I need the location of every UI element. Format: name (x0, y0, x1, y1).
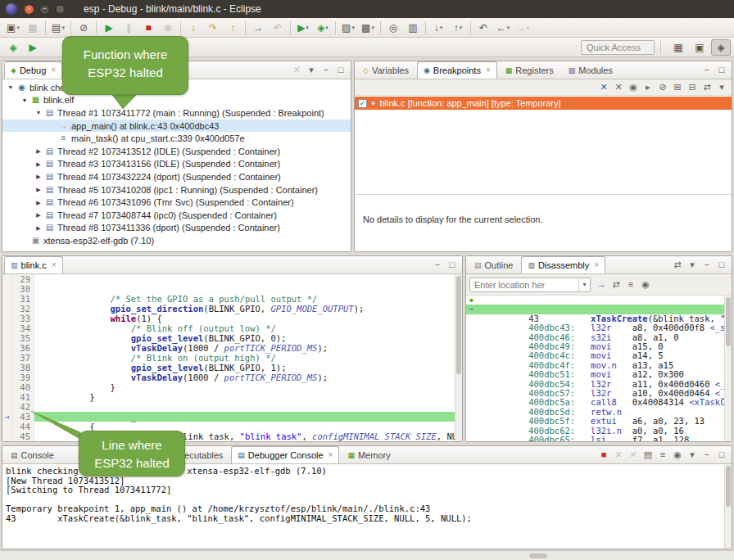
scroll-grip[interactable] (529, 553, 547, 558)
build-button[interactable]: ▨ (339, 20, 357, 36)
forward-button[interactable]: → (514, 20, 532, 36)
close[interactable]: × (24, 4, 34, 15)
disassembly-row[interactable]: 400dbc5a: call8 0x40084314 <xTaskCreateP… (466, 380, 732, 389)
code-line[interactable]: 29 /* Set the GPIO as a push/pull output… (2, 274, 462, 284)
debug-tree-row[interactable]: Thread #3 1073413156 (IDLE) (Suspended :… (2, 158, 351, 171)
skip-all-breakpoints-button[interactable]: ⊘ (655, 80, 670, 95)
breakpoint-row[interactable]: blink.c [function: app_main] [type: Temp… (355, 97, 732, 110)
disassembly-row[interactable]: 400dbc54: l32r a11, 0x400d0460 <_stext+1… (466, 361, 732, 370)
instruction-pointer-gutter[interactable] (2, 333, 13, 343)
tab-outline[interactable]: Outline (468, 256, 519, 273)
drop-to-frame-button[interactable]: ↶ (269, 20, 287, 36)
instruction-pointer-gutter[interactable] (2, 284, 13, 294)
maximize[interactable]: □ (55, 4, 66, 15)
tab-debug[interactable]: Debug (4, 61, 62, 79)
new-wizard-button[interactable]: ▣ (4, 20, 22, 36)
instruction-pointer-gutter[interactable] (2, 323, 13, 333)
debug-tree-row[interactable]: main_task() at cpu_start.c:339 0x400d057… (2, 132, 351, 145)
instruction-pointer-gutter[interactable] (2, 392, 13, 402)
step-over-button[interactable]: ↷ (204, 20, 222, 36)
suspend-button[interactable]: ∥ (120, 20, 138, 36)
view-menu-button[interactable]: ▾ (714, 80, 729, 95)
save-button[interactable]: ▦ (24, 20, 42, 36)
disassembly-row[interactable]: 400dbc4f: mov.n a13, a15 (466, 342, 732, 351)
remove-breakpoint-button[interactable]: ✕ (596, 80, 611, 95)
resume-button[interactable]: ▶ (100, 20, 118, 36)
tree-expander-icon[interactable] (34, 161, 43, 167)
tab-close-icon[interactable] (51, 66, 56, 75)
console-output[interactable]: blink checking [C/C++ Application] xtens… (2, 464, 732, 549)
show-breakpoints-for-button[interactable]: ◉ (626, 80, 641, 95)
link-with-active-debug-context-button[interactable]: ⇄ (670, 258, 685, 273)
new-project-button[interactable]: ▩ (359, 20, 377, 36)
remove-all-terminated-button[interactable]: ✕ (289, 63, 304, 78)
debug-tree-row[interactable]: app_main() at blink.c:43 0x400dbc43 (2, 120, 351, 133)
instruction-pointer-gutter[interactable] (2, 294, 13, 304)
tree-expander-icon[interactable] (34, 187, 43, 192)
debug-tree-row[interactable]: Thread #1 1073411772 (main : Running) (S… (2, 106, 351, 120)
debug-perspective-button[interactable]: ◈ (711, 39, 731, 56)
tree-expander-icon[interactable] (34, 212, 43, 218)
breakpoint-checkbox[interactable] (358, 99, 367, 108)
minimize-button[interactable]: − (430, 258, 445, 273)
pin-view-button[interactable]: ◉ (638, 278, 653, 292)
code-line[interactable]: 30 gpio_set_direction(BLINK_GPIO, GPIO_M… (2, 284, 462, 294)
instruction-pointer-gutter[interactable] (2, 422, 13, 431)
view-menu-button[interactable]: ▾ (685, 258, 700, 273)
run-shortcut-button[interactable]: ▶ (24, 39, 42, 56)
disassembly-row[interactable]: 400dbc5f: extui a6, a0, 23, 13 (466, 398, 732, 407)
debug-shortcut-button[interactable]: ◈ (4, 39, 22, 56)
combo-dropdown-icon[interactable] (578, 278, 590, 291)
expand-all-button[interactable]: ⊞ (670, 80, 685, 95)
skip-all-breakpoints-button[interactable]: ⊘ (75, 20, 93, 36)
tab-close-icon[interactable] (594, 261, 599, 269)
editor-scrollbar[interactable] (455, 274, 462, 441)
tab-close-icon[interactable] (486, 66, 491, 75)
console-scrollbar[interactable] (724, 464, 732, 549)
terminate-button[interactable]: ■ (139, 20, 157, 36)
debug-tree-row[interactable]: Thread #2 1073413512 (IDLE) (Suspended :… (2, 145, 351, 158)
tab-debugger-console[interactable]: Debugger Console (231, 446, 339, 463)
step-return-button[interactable]: ↑ (224, 20, 242, 36)
code-line[interactable]: 40 (2, 382, 462, 392)
refresh-view-button[interactable]: ⇄ (609, 278, 623, 292)
locate-pc-button[interactable]: → (594, 278, 609, 292)
debug-tree-row[interactable]: xtensa-esp32-elf-gdb (7.10) (2, 234, 351, 247)
instruction-pointer-gutter[interactable] (2, 314, 13, 323)
disassembly-scrollbar[interactable] (724, 296, 732, 441)
tab-blink-c[interactable]: blink.c (4, 256, 63, 273)
minimize-button[interactable]: − (319, 63, 333, 78)
search-button[interactable]: ◎ (384, 20, 402, 36)
scroll-lock-button[interactable]: ≡ (655, 448, 670, 463)
disassembly-row[interactable]: 400dbc67: blt a0, a7, 0x400dbc81 <__addd… (466, 426, 732, 435)
debug-tree-row[interactable]: blink.elf (2, 94, 351, 107)
code-line[interactable]: 34 vTaskDelay(1000 / portTICK_PERIOD_MS)… (2, 323, 462, 333)
disconnect-button[interactable]: ⊗ (159, 20, 177, 36)
disassembly-row[interactable]: 400dbc51: movi a12, 0x300 (466, 351, 732, 360)
instruction-pointer-gutter[interactable] (2, 343, 13, 353)
tab-close-icon[interactable] (52, 261, 57, 269)
go-to-file-for-breakpoint-button[interactable]: ▸ (641, 80, 655, 95)
open-perspective-button[interactable]: ▦ (668, 39, 688, 56)
next-annotation-button[interactable]: ↓ (429, 20, 447, 36)
titlebar[interactable]: ×−□ esp - Debug - blink/main/blink.c - E… (0, 0, 734, 18)
code-line[interactable]: 33 gpio_set_level(BLINK_GPIO, 0); (2, 314, 462, 323)
last-edit-location-button[interactable]: ↶ (474, 20, 492, 36)
maximize-button[interactable]: □ (333, 63, 348, 78)
run-button[interactable]: ▶ (294, 20, 312, 36)
instruction-pointer-gutter[interactable] (2, 274, 13, 284)
debug-tree-row[interactable]: Thread #5 1073410208 (ipc1 : Running) (S… (2, 183, 351, 196)
disassembly-row[interactable]: 400dbc62: l32i.n a0, a0, 16 (466, 408, 732, 417)
tab-modules[interactable]: Modules (562, 61, 619, 79)
breakpoints-list[interactable]: blink.c [function: app_main] [type: Temp… (355, 96, 732, 194)
clear-console-button[interactable]: ▤ (641, 448, 655, 463)
tree-expander-icon[interactable] (34, 200, 43, 205)
instruction-pointer-gutter[interactable] (2, 353, 13, 363)
disassembly-row[interactable]: 400dbc4c: movi a14, 5 (466, 333, 732, 342)
code-line[interactable]: 38 } (2, 363, 462, 373)
instruction-pointer-gutter[interactable] (2, 373, 13, 382)
minimize-button[interactable]: − (700, 448, 714, 463)
debug-tree[interactable]: blink checking [C/C++ Application] blink… (2, 79, 351, 251)
previous-annotation-button[interactable]: ↑ (449, 20, 467, 36)
back-button[interactable]: ← (494, 20, 512, 36)
